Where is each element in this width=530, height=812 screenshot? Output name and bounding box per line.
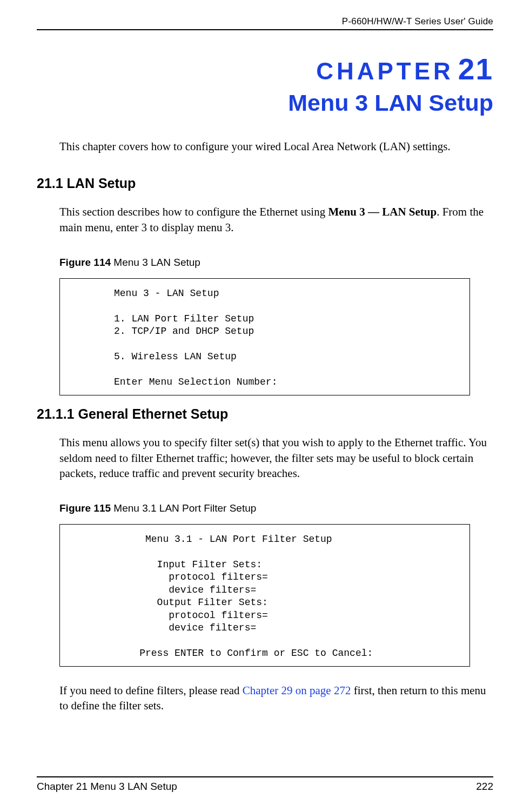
figure-115-caption: Figure 115 Menu 3.1 LAN Port Filter Setu…	[59, 502, 493, 514]
figure-114-terminal: Menu 3 - LAN Setup 1. LAN Port Filter Se…	[59, 278, 470, 395]
chapter-number: 21	[458, 52, 493, 86]
section-21-1-1-heading: 21.1.1 General Ethernet Setup	[37, 406, 493, 422]
section-21-1-body-bold: Menu 3 — LAN Setup	[328, 205, 437, 218]
closing-pre: If you need to define filters, please re…	[59, 684, 243, 697]
chapter-label: CHAPTER	[316, 58, 454, 84]
section-21-1-heading: 21.1 LAN Setup	[37, 176, 493, 191]
section-21-1-body: This section describes how to configure …	[59, 204, 493, 235]
footer-rule	[37, 776, 493, 777]
figure-115-terminal: Menu 3.1 - LAN Port Filter Setup Input F…	[59, 524, 470, 667]
figure-114-caption: Figure 114 Menu 3 LAN Setup	[59, 257, 493, 269]
figure-114-label: Figure 114	[59, 257, 111, 268]
figure-115-label: Figure 115	[59, 502, 111, 514]
section-21-1-body-pre: This section describes how to configure …	[59, 205, 328, 218]
section-21-1-1-body: This menu allows you to specify filter s…	[59, 435, 493, 481]
header-guide-title: P-660H/HW/W-T Series User' Guide	[37, 16, 493, 29]
footer-chapter: Chapter 21 Menu 3 LAN Setup	[37, 781, 177, 793]
chapter-label-line: CHAPTER21	[37, 52, 493, 86]
footer: Chapter 21 Menu 3 LAN Setup 222	[37, 776, 493, 793]
closing-link[interactable]: Chapter 29 on page 272	[243, 684, 351, 697]
chapter-intro: This chapter covers how to configure you…	[59, 139, 493, 154]
closing-paragraph: If you need to define filters, please re…	[59, 683, 493, 714]
chapter-title: Menu 3 LAN Setup	[37, 90, 493, 116]
figure-115-text: Menu 3.1 LAN Port Filter Setup	[111, 502, 256, 514]
footer-page-number: 222	[476, 781, 493, 793]
header-rule	[37, 29, 493, 30]
figure-114-text: Menu 3 LAN Setup	[111, 257, 200, 268]
